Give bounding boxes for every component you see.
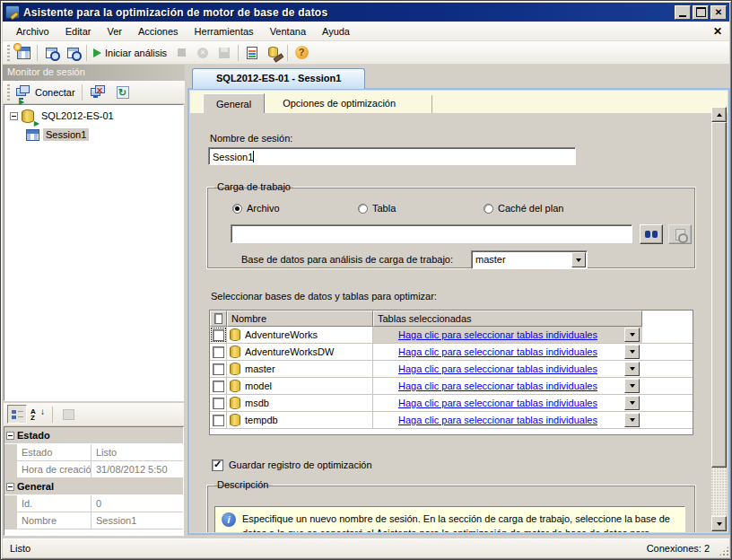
radio-cache-del-plan[interactable]: Caché del plan xyxy=(484,203,563,214)
tables-dropdown-button[interactable] xyxy=(624,379,640,393)
scroll-down-button[interactable] xyxy=(711,516,727,531)
toolbar-grip[interactable] xyxy=(7,84,10,101)
row-checkbox[interactable] xyxy=(213,398,224,409)
select-all-checkbox[interactable] xyxy=(214,313,222,324)
menu-ver[interactable]: Ver xyxy=(99,23,130,39)
select-tables-link[interactable]: Haga clic para seleccionar tablas indivi… xyxy=(398,398,597,408)
row-checkbox[interactable] xyxy=(213,346,224,358)
select-tables-link[interactable]: Haga clic para seleccionar tablas indivi… xyxy=(398,346,597,357)
collapse-icon[interactable] xyxy=(6,432,14,440)
start-analysis-button[interactable]: Iniciar análisis xyxy=(90,42,170,63)
categorized-button[interactable] xyxy=(7,405,27,424)
tables-dropdown-button[interactable] xyxy=(624,396,640,410)
sort-alphabetical-icon: AZ xyxy=(30,408,43,421)
collapse-icon[interactable] xyxy=(10,112,18,120)
chevron-down-icon xyxy=(630,418,635,422)
save-log-checkbox-field[interactable]: Guardar registro de optimización xyxy=(212,459,372,471)
view-report-button[interactable] xyxy=(241,42,263,63)
tree-node-session[interactable]: Session1 xyxy=(4,127,183,143)
menu-ventana[interactable]: Ventana xyxy=(262,23,314,39)
document-tab[interactable]: SQL2012-ES-01 - Session1 xyxy=(192,68,365,89)
tree-session-label: Session1 xyxy=(43,128,89,141)
row-checkbox-cell[interactable] xyxy=(210,395,227,411)
help-button[interactable] xyxy=(291,42,312,63)
row-checkbox-cell[interactable] xyxy=(210,344,227,360)
column-header-tablas[interactable]: Tablas seleccionadas xyxy=(373,311,642,327)
toolbar-separator xyxy=(238,45,239,61)
radio-cache-icon[interactable] xyxy=(484,204,493,214)
row-checkbox-cell[interactable] xyxy=(210,412,227,428)
workload-db-combo[interactable]: master xyxy=(471,250,588,269)
database-name: msdb xyxy=(245,398,269,408)
scroll-up-button[interactable] xyxy=(711,107,727,122)
sort-alphabetical-button[interactable]: AZ xyxy=(27,405,47,424)
row-checkbox-cell[interactable] xyxy=(210,327,227,343)
property-row[interactable]: Hora de creación 31/08/2012 5:50 xyxy=(4,461,183,478)
menu-herramientas[interactable]: Herramientas xyxy=(187,23,262,39)
tuning-options-button[interactable] xyxy=(263,42,284,63)
browse-file-button[interactable] xyxy=(640,224,663,244)
workload-group: Carga de trabajo Archivo Tabla Caché del… xyxy=(206,181,696,269)
tab-general[interactable]: General xyxy=(203,93,265,114)
menu-archivo[interactable]: Archivo xyxy=(8,23,57,39)
row-checkbox-cell[interactable] xyxy=(210,378,227,394)
combo-dropdown-button[interactable] xyxy=(571,252,586,267)
chevron-down-icon xyxy=(576,258,581,262)
property-label: Estado xyxy=(17,444,92,460)
minimize-button[interactable] xyxy=(675,5,691,20)
database-name: AdventureWorks xyxy=(245,329,318,340)
select-all-header[interactable] xyxy=(210,311,227,327)
save-log-checkbox[interactable] xyxy=(212,459,223,471)
select-tables-link[interactable]: Haga clic para seleccionar tablas indivi… xyxy=(398,381,597,391)
close-button[interactable] xyxy=(710,5,727,20)
row-checkbox[interactable] xyxy=(213,363,224,375)
scrollbar-thumb[interactable] xyxy=(711,122,727,468)
radio-tabla-icon[interactable] xyxy=(358,204,368,214)
open-workload-file-button[interactable] xyxy=(62,42,83,63)
radio-archivo-icon[interactable] xyxy=(232,204,242,214)
menu-acciones[interactable]: Acciones xyxy=(130,23,187,39)
view-report-icon xyxy=(247,47,257,59)
property-row[interactable]: Id. 0 xyxy=(4,495,183,512)
preview-workload-icon xyxy=(675,229,685,241)
menu-ayuda[interactable]: Ayuda xyxy=(314,23,358,39)
vertical-scrollbar[interactable] xyxy=(711,107,727,531)
radio-archivo[interactable]: Archivo xyxy=(232,203,280,214)
tables-dropdown-button[interactable] xyxy=(624,328,640,342)
tables-dropdown-button[interactable] xyxy=(624,345,640,359)
select-tables-link[interactable]: Haga clic para seleccionar tablas indivi… xyxy=(398,329,597,340)
property-value: 0 xyxy=(92,495,183,512)
column-header-nombre[interactable]: Nombre xyxy=(227,311,373,327)
open-session-icon xyxy=(46,48,57,58)
tables-dropdown-button[interactable] xyxy=(624,362,640,376)
workload-file-input[interactable] xyxy=(231,224,632,243)
tree-node-server[interactable]: SQL2012-ES-01 xyxy=(4,108,183,124)
refresh-button[interactable] xyxy=(112,82,134,102)
session-name-input[interactable]: Session1 xyxy=(208,147,576,165)
chevron-up-icon xyxy=(717,113,722,117)
connect-button[interactable]: Conectar xyxy=(13,82,79,102)
maximize-button[interactable] xyxy=(693,5,709,20)
collapse-icon[interactable] xyxy=(6,483,14,491)
property-row[interactable]: Estado Listo xyxy=(4,444,183,461)
open-session-button[interactable] xyxy=(40,42,62,63)
property-row[interactable]: Nombre Session1 xyxy=(4,512,183,529)
toolbar-grip[interactable] xyxy=(7,45,10,61)
select-tables-link[interactable]: Haga clic para seleccionar tablas indivi… xyxy=(398,415,597,425)
row-checkbox[interactable] xyxy=(213,329,224,341)
radio-tabla[interactable]: Tabla xyxy=(358,203,396,214)
disconnect-button[interactable] xyxy=(85,82,107,102)
tab-opciones-de-optimizacion[interactable]: Opciones de optimización xyxy=(265,95,432,113)
text-caret xyxy=(253,151,254,162)
new-session-button[interactable] xyxy=(13,42,34,63)
property-category[interactable]: General xyxy=(4,478,183,495)
row-checkbox-cell[interactable] xyxy=(210,361,227,377)
menu-editar[interactable]: Editar xyxy=(57,23,100,39)
new-session-icon xyxy=(17,47,30,59)
document-close-icon[interactable]: ✕ xyxy=(713,25,722,38)
row-checkbox[interactable] xyxy=(213,415,224,426)
tables-dropdown-button[interactable] xyxy=(624,413,640,427)
select-tables-link[interactable]: Haga clic para seleccionar tablas indivi… xyxy=(398,363,597,374)
property-category[interactable]: Estado xyxy=(4,427,183,444)
row-checkbox[interactable] xyxy=(213,381,224,392)
